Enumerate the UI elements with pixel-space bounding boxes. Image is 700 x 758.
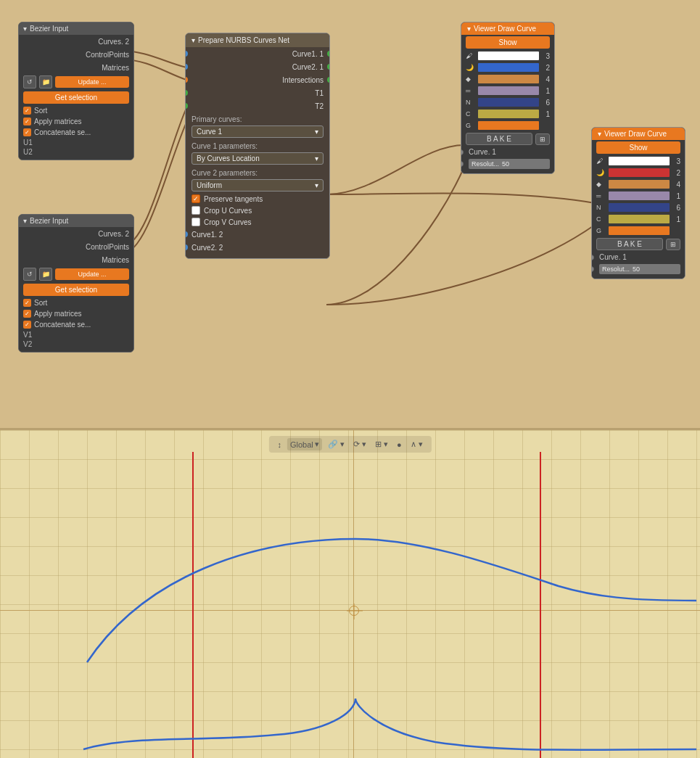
resol-bar-1[interactable]: Resolut... 50: [469, 159, 550, 169]
more-dropdown[interactable]: ∧ ▾: [408, 438, 426, 450]
bake-button-1[interactable]: B A K E: [466, 133, 532, 145]
bake-icon-button-1[interactable]: ⊞: [535, 133, 550, 145]
global-dropdown[interactable]: Global ▾: [287, 438, 322, 450]
crop-u-row: Crop U Curves: [186, 205, 329, 216]
refresh-icon-1[interactable]: ↺: [23, 75, 36, 88]
color-num-2-6: 1: [672, 215, 680, 223]
color-num-2-1: 3: [672, 157, 680, 165]
primary-curves-dropdown[interactable]: Curve 1 ▾: [192, 125, 324, 138]
folder-icon-1[interactable]: 📁: [39, 75, 52, 88]
curve-label-text-1: Curve. 1: [466, 148, 496, 156]
controlpoints-row-2: ControlPoints: [19, 240, 133, 253]
color-swatch-1-1[interactable]: [478, 52, 539, 60]
color-swatch-2-1[interactable]: [609, 157, 670, 165]
color-num-1-3: 4: [541, 75, 550, 83]
update-button-1[interactable]: Update ...: [55, 76, 129, 88]
viewport-grid: [0, 430, 700, 758]
color-row-2-5: N 6: [592, 202, 685, 213]
matrices-label-1: Matrices: [102, 64, 129, 72]
t1-label: T1: [315, 89, 324, 97]
curve2-1-output-port: [327, 64, 330, 70]
color-swatch-2-3[interactable]: [609, 180, 670, 189]
preserve-tangents-row: ✓ Preserve tangents: [186, 193, 329, 205]
color-swatch-2-4[interactable]: [609, 191, 670, 200]
preserve-tangents-checkbox[interactable]: ✓: [192, 194, 200, 203]
color-num-1-1: 3: [541, 52, 550, 60]
color-swatch-2-6[interactable]: [609, 215, 670, 223]
resol-input-port-2: [591, 266, 594, 272]
bake-button-2[interactable]: B A K E: [596, 238, 663, 250]
curve-input-port-2: [591, 255, 594, 260]
link-dropdown[interactable]: 🔗 ▾: [325, 438, 347, 450]
sort-label-2: Sort: [34, 299, 47, 307]
refresh-icon-2[interactable]: ↺: [23, 268, 36, 281]
primary-curves-value: Curve 1: [197, 128, 222, 136]
color-swatch-2-5[interactable]: [609, 203, 670, 212]
concatenate-row-1: ✓ Concatenate se...: [19, 127, 133, 138]
sort-checkbox-2[interactable]: ✓: [23, 299, 31, 307]
grid-dropdown[interactable]: ⊞ ▾: [372, 438, 391, 450]
curves-label-2: Curves. 2: [98, 230, 129, 238]
transform-icon[interactable]: ↕: [274, 439, 284, 450]
crop-u-checkbox[interactable]: [192, 206, 200, 215]
get-selection-button-2[interactable]: Get selection: [23, 284, 129, 296]
resol-row-2: Resolut... 50: [592, 263, 685, 276]
color-swatch-1-5[interactable]: [478, 98, 539, 107]
bake-icon-button-2[interactable]: ⊞: [666, 239, 680, 250]
color-row-1-5: N 6: [461, 96, 554, 108]
concatenate-checkbox-2[interactable]: ✓: [23, 321, 31, 329]
controlpoints-row-1: ControlPoints: [19, 48, 133, 61]
color-num-1-4: 1: [541, 87, 550, 95]
primary-curves-label: Primary curves:: [186, 112, 329, 124]
color-swatch-1-7[interactable]: [478, 121, 539, 130]
curve1-1-input-port: [185, 51, 188, 57]
moon-icon-2: 🌙: [596, 169, 606, 176]
folder-icon-2[interactable]: 📁: [39, 268, 52, 281]
color-swatch-1-3[interactable]: [478, 75, 539, 83]
bezier-node-2-title: Bezier Input: [30, 217, 68, 225]
t1-row: T1: [186, 86, 329, 99]
color-swatch-1-2[interactable]: [478, 63, 539, 72]
crop-u-label: Crop U Curves: [204, 207, 252, 215]
color-row-1-7: G: [461, 120, 554, 131]
diamond-icon-2: ◆: [596, 181, 606, 188]
get-selection-button-1[interactable]: Get selection: [23, 91, 129, 104]
sort-checkbox-1[interactable]: ✓: [23, 107, 31, 115]
curve-label-1: Curve. 1: [461, 147, 554, 157]
v1-label: V1: [19, 330, 133, 339]
resol-label-1: Resolut...: [472, 160, 499, 168]
apply-matrices-row-2: ✓ Apply matrices: [19, 308, 133, 319]
apply-matrices-checkbox-1[interactable]: ✓: [23, 118, 31, 125]
curves-label-1: Curves. 2: [98, 38, 129, 46]
chevron-down-icon-v1: ▾: [467, 25, 471, 33]
update-button-2[interactable]: Update ...: [55, 268, 129, 280]
apply-matrices-checkbox-2[interactable]: ✓: [23, 310, 31, 318]
color-swatch-2-7[interactable]: [609, 226, 670, 235]
chevron-down-icon: ▾: [23, 25, 27, 33]
dot-toggle[interactable]: ●: [394, 439, 405, 450]
c-icon-1: C: [466, 110, 476, 118]
resol-bar-2[interactable]: Resolut... 50: [599, 264, 680, 274]
curve2-params-dropdown[interactable]: Uniform ▾: [192, 179, 324, 191]
curve1-params-dropdown[interactable]: By Curves Location ▾: [192, 152, 324, 165]
matrices-row-2: Matrices: [19, 253, 133, 266]
color-swatch-1-4[interactable]: [478, 86, 539, 95]
apply-matrices-label-1: Apply matrices: [34, 118, 82, 125]
curve2-params-value: Uniform: [197, 181, 222, 189]
chevron-down-icon-nurbs: ▾: [192, 36, 195, 44]
color-swatch-1-6[interactable]: [478, 110, 539, 118]
chevron-global: ▾: [315, 440, 319, 449]
curve2-2-output-row: Curve2. 2: [186, 241, 329, 254]
intersections-label: Intersections: [282, 76, 324, 84]
crop-v-checkbox[interactable]: [192, 218, 200, 226]
color-swatch-2-2[interactable]: [609, 168, 670, 177]
color-num-2-5: 6: [672, 204, 680, 212]
red-vertical-line-2: [540, 452, 541, 758]
rotate-dropdown[interactable]: ⟳ ▾: [350, 438, 369, 450]
viewer-show-button-2[interactable]: Show: [596, 141, 680, 154]
chevron-down-icon-c1: ▾: [315, 155, 318, 162]
viewer-show-button-1[interactable]: Show: [466, 36, 550, 49]
concatenate-checkbox-1[interactable]: ✓: [23, 128, 31, 136]
chevron-down-icon-primary: ▾: [315, 128, 318, 136]
g-icon-2: G: [596, 227, 606, 234]
